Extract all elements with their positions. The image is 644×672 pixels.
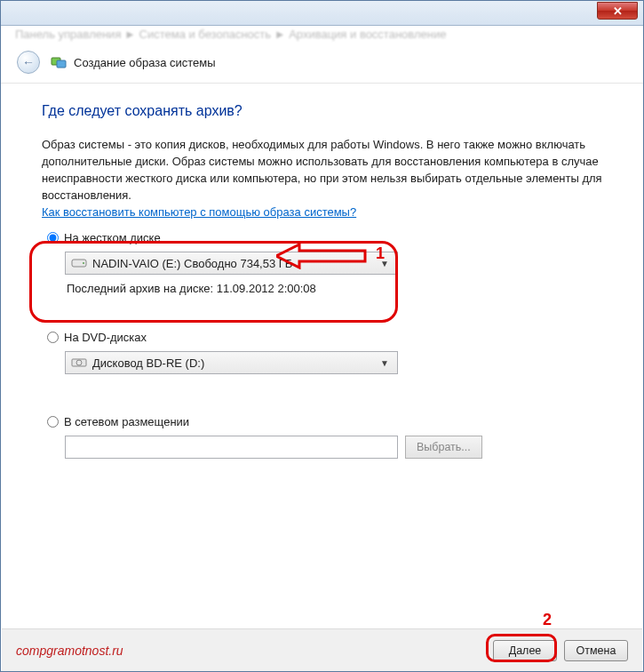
browse-button[interactable]: Выбрать... (405, 436, 482, 459)
watermark: compgramotnost.ru (16, 644, 123, 658)
annotation-number-2: 2 (543, 611, 552, 629)
radio-network[interactable]: В сетевом размещении (47, 415, 602, 428)
page-description: Образ системы - это копия дисков, необхо… (42, 137, 602, 204)
wizard-content: Где следует сохранять архив? Образ систе… (1, 84, 643, 487)
hdd-last-backup: Последний архив на диске: 11.09.2012 2:0… (67, 282, 602, 295)
close-button[interactable]: ✕ (597, 2, 638, 20)
radio-dvd[interactable]: На DVD-дисках (47, 331, 602, 344)
option-hdd: На жестком диске NADIN-VAIO (E:) Свободн… (42, 231, 602, 295)
page-heading: Где следует сохранять архив? (42, 103, 602, 119)
close-icon: ✕ (613, 4, 623, 18)
radio-hdd-input[interactable] (47, 232, 59, 244)
option-dvd: На DVD-дисках Дисковод BD-RE (D:) ▼ (42, 331, 602, 374)
optical-drive-icon (71, 356, 87, 369)
chevron-down-icon: ▼ (376, 252, 394, 274)
radio-hdd[interactable]: На жестком диске (47, 231, 602, 244)
cancel-button[interactable]: Отмена (564, 640, 628, 661)
next-button[interactable]: Далее (493, 640, 557, 661)
chevron-down-icon: ▼ (376, 352, 394, 373)
back-button[interactable]: ← (17, 51, 40, 74)
network-path-input[interactable] (65, 436, 398, 459)
wizard-title: Создание образа системы (74, 56, 216, 69)
wizard-window: ✕ Панель управления ► Система и безопасн… (0, 0, 644, 672)
svg-point-3 (83, 262, 84, 264)
option-network: В сетевом размещении Выбрать... (42, 415, 602, 459)
radio-hdd-label: На жестком диске (64, 231, 161, 244)
wizard-footer: compgramotnost.ru Далее Отмена (2, 628, 642, 671)
radio-network-label: В сетевом размещении (64, 415, 189, 428)
dvd-drive-combo[interactable]: Дисковод BD-RE (D:) ▼ (65, 351, 398, 374)
radio-dvd-label: На DVD-дисках (64, 331, 147, 344)
hdd-drive-combo[interactable]: NADIN-VAIO (E:) Свободно 734,53 ГБ ▼ (65, 252, 398, 275)
hdd-combo-text: NADIN-VAIO (E:) Свободно 734,53 ГБ (92, 257, 292, 270)
svg-rect-1 (57, 60, 66, 68)
system-image-icon (51, 54, 67, 70)
arrow-left-icon: ← (22, 55, 35, 69)
radio-dvd-input[interactable] (47, 332, 59, 343)
wizard-header: ← Создание образа системы (1, 45, 643, 84)
titlebar: ✕ (1, 1, 643, 26)
footer-buttons: Далее Отмена (493, 640, 628, 661)
hdd-icon (71, 257, 87, 269)
breadcrumb: Панель управления ► Система и безопаснос… (1, 26, 643, 45)
help-link[interactable]: Как восстановить компьютер с помощью обр… (42, 205, 356, 219)
dvd-combo-text: Дисковод BD-RE (D:) (92, 356, 204, 370)
radio-network-input[interactable] (47, 416, 59, 428)
